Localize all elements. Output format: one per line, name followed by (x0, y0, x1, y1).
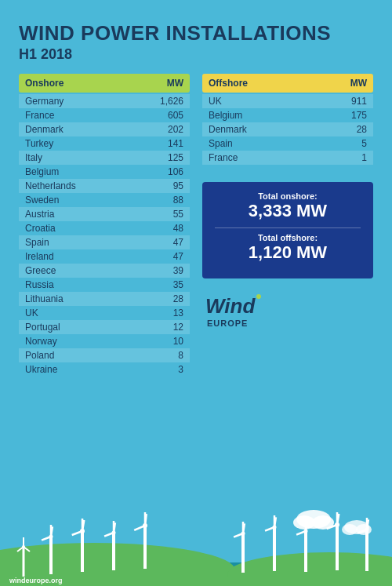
svg-line-38 (270, 517, 280, 527)
country-name: Ukraine (25, 364, 57, 375)
country-value: 28 (357, 124, 367, 135)
svg-line-27 (134, 522, 145, 534)
country-value: 202 (168, 124, 183, 135)
svg-line-23 (110, 522, 119, 533)
country-value: 55 (173, 209, 183, 220)
country-name: Germany (25, 96, 64, 107)
table-row: Germany1,626 (19, 94, 190, 108)
svg-point-56 (312, 515, 334, 530)
table-row: Sweden88 (19, 193, 190, 207)
country-value: 39 (173, 265, 183, 276)
total-onshore-label: Total onshore: (215, 191, 361, 201)
table-row: Ukraine3 (19, 362, 190, 377)
onshore-rows: Germany1,626France605Denmark202Turkey141… (19, 94, 190, 377)
offshore-label: Offshore (209, 78, 248, 89)
svg-rect-4 (23, 547, 25, 577)
country-value: 605 (168, 110, 183, 121)
country-name: Spain (25, 237, 49, 248)
table-row: Belgium175 (202, 108, 373, 122)
svg-point-55 (293, 515, 315, 530)
table-row: France1 (202, 151, 373, 165)
table-row: Netherlands95 (19, 179, 190, 193)
country-value: 28 (173, 293, 183, 304)
table-row: Russia35 (19, 278, 190, 292)
table-row: Croatia48 (19, 221, 190, 235)
table-row: Belgium106 (19, 165, 190, 179)
country-name: Denmark (25, 124, 64, 135)
right-section: Offshore MW UK911Belgium175Denmark28Spai… (202, 74, 373, 329)
country-name: Russia (25, 279, 54, 290)
total-offshore-value: 1,120 MW (215, 242, 361, 263)
country-name: UK (209, 96, 222, 107)
logo-wind: Wind (205, 294, 255, 318)
table-row: Lithuania28 (19, 292, 190, 306)
country-name: Norway (25, 336, 57, 347)
svg-point-58 (342, 524, 358, 535)
country-name: France (25, 110, 54, 121)
total-offshore-label: Total offshore: (215, 233, 361, 242)
country-value: 13 (173, 308, 183, 318)
tables-row: Onshore MW Germany1,626France605Denmark2… (19, 74, 373, 377)
svg-rect-29 (241, 533, 245, 573)
table-row: Norway10 (19, 334, 190, 348)
offshore-header: Offshore MW (202, 74, 373, 93)
logo-top-line: Wind (205, 294, 261, 318)
country-value: 95 (173, 180, 183, 191)
country-name: Belgium (209, 110, 242, 121)
table-row: Portugal12 (19, 320, 190, 334)
country-name: Croatia (25, 223, 56, 234)
svg-rect-39 (304, 531, 307, 572)
country-name: UK (25, 308, 38, 318)
country-value: 35 (173, 279, 183, 290)
table-row: France605 (19, 108, 190, 122)
country-value: 141 (168, 138, 183, 149)
table-row: Turkey141 (19, 136, 190, 151)
table-row: Austria55 (19, 207, 190, 221)
onshore-header: Onshore MW (19, 74, 190, 93)
country-name: Portugal (25, 322, 60, 333)
country-value: 125 (168, 152, 183, 163)
country-name: Austria (25, 209, 54, 220)
svg-point-59 (356, 524, 372, 535)
country-name: Greece (25, 265, 56, 276)
wind-europe-logo: Wind EUROPE (202, 294, 373, 329)
country-value: 88 (173, 195, 183, 206)
table-row: Greece39 (19, 264, 190, 278)
country-name: Spain (209, 138, 233, 149)
country-name: Poland (25, 350, 54, 361)
table-row: Italy125 (19, 151, 190, 165)
country-value: 1 (361, 152, 367, 163)
onshore-label: Onshore (25, 78, 64, 89)
svg-rect-14 (81, 531, 84, 572)
svg-text:windeurope.org: windeurope.org (9, 577, 63, 584)
table-row: Poland8 (19, 348, 190, 362)
onshore-mw-label: MW (167, 78, 183, 89)
table-row: Denmark28 (202, 122, 373, 136)
svg-rect-24 (143, 526, 147, 569)
svg-line-13 (47, 526, 56, 537)
totals-box: Total onshore: 3,333 MW Total offshore: … (202, 182, 373, 278)
svg-line-48 (333, 514, 343, 525)
offshore-mw-label: MW (350, 78, 367, 89)
country-name: Denmark (209, 124, 247, 135)
offshore-table: Offshore MW UK911Belgium175Denmark28Spai… (202, 74, 373, 165)
table-row: Spain5 (202, 136, 373, 151)
country-value: 3 (178, 364, 183, 375)
offshore-rows: UK911Belgium175Denmark28Spain5France1 (202, 94, 373, 165)
country-name: Italy (25, 152, 42, 163)
country-name: Lithuania (25, 293, 64, 304)
table-row: Ireland47 (19, 249, 190, 264)
country-name: Turkey (25, 138, 53, 149)
country-name: Sweden (25, 195, 59, 206)
svg-rect-44 (336, 525, 339, 570)
country-value: 175 (351, 110, 367, 121)
main-container: WIND POWER INSTALLATIONS H1 2018 Onshore… (0, 0, 392, 377)
logo-text-group: Wind EUROPE (205, 294, 261, 329)
table-row: Spain47 (19, 235, 190, 249)
svg-line-28 (140, 514, 151, 526)
svg-rect-9 (49, 537, 53, 574)
svg-rect-49 (365, 530, 368, 571)
page-title: WIND POWER INSTALLATIONS (19, 22, 373, 45)
country-name: France (209, 152, 238, 163)
country-name: Netherlands (25, 180, 76, 191)
